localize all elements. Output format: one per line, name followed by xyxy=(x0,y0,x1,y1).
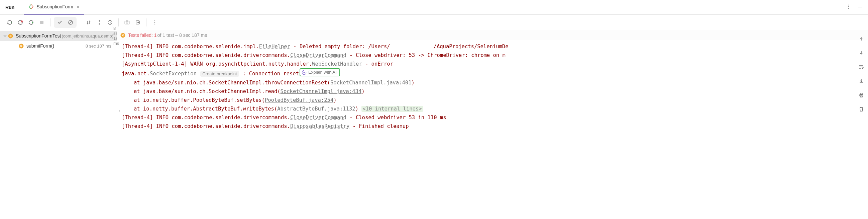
svg-point-2 xyxy=(848,8,849,9)
svg-rect-21 xyxy=(860,93,862,94)
folded-lines-marker[interactable]: <10 internal lines> xyxy=(362,106,423,112)
svg-point-14 xyxy=(154,22,155,22)
test-node-label: SubscriptionFormTest xyxy=(16,33,61,38)
test-node-root[interactable]: SubscriptionFormTest (com.jetbrains.aqua… xyxy=(0,31,117,41)
failed-icon xyxy=(19,44,24,49)
test-node-time: 8 sec 187 ms xyxy=(86,44,113,49)
test-config-icon xyxy=(28,4,34,9)
svg-point-15 xyxy=(154,23,155,24)
tab-subscriptionform[interactable]: SubscriptionForm × xyxy=(24,0,84,15)
source-link[interactable]: PooledByteBuf.java:254 xyxy=(265,97,333,103)
more-icon[interactable] xyxy=(150,18,160,27)
failed-icon xyxy=(120,33,125,38)
create-breakpoint-hint[interactable]: Create breakpoint xyxy=(200,71,239,77)
svg-point-4 xyxy=(21,21,23,22)
stop-button[interactable] xyxy=(37,18,47,27)
screenshot-button[interactable] xyxy=(122,18,132,27)
explain-with-ai-button[interactable]: Explain with AI xyxy=(300,68,340,76)
svg-rect-3 xyxy=(858,7,862,7)
svg-point-10 xyxy=(126,22,128,23)
show-passed-button[interactable] xyxy=(55,18,65,27)
source-link[interactable]: AbstractByteBuf.java:1132 xyxy=(277,106,355,112)
fold-chevron-icon[interactable]: › xyxy=(118,107,121,115)
source-link[interactable]: SocketChannelImpl.java:434 xyxy=(281,88,362,94)
right-tool-rail xyxy=(855,30,868,114)
run-toolbar xyxy=(0,15,868,30)
test-tree: SubscriptionFormTest (com.jetbrains.aqua… xyxy=(0,30,117,219)
sort-button[interactable] xyxy=(84,18,94,27)
test-status-bar: Tests failed: 1 of 1 test – 8 sec 187 ms xyxy=(117,30,868,40)
svg-point-13 xyxy=(154,20,155,21)
export-button[interactable] xyxy=(133,18,143,27)
class-link[interactable]: WebSocketHandler xyxy=(312,61,362,67)
rerun-button[interactable] xyxy=(5,18,15,27)
close-icon[interactable]: × xyxy=(76,4,80,10)
soft-wrap-icon[interactable] xyxy=(857,62,866,72)
failed-icon xyxy=(8,33,13,38)
class-link[interactable]: FileHelper xyxy=(259,44,290,50)
test-node-child[interactable]: submitForm() 8 sec 187 ms xyxy=(0,41,117,51)
scroll-up-icon[interactable] xyxy=(857,34,866,44)
run-label: Run xyxy=(5,5,14,10)
class-link[interactable]: CloseDriverCommand xyxy=(290,114,346,120)
class-link[interactable]: CloseDriverCommand xyxy=(290,52,346,58)
status-failed-text: Tests failed: 1 xyxy=(128,31,157,39)
svg-point-0 xyxy=(848,5,849,5)
print-icon[interactable] xyxy=(857,90,866,100)
svg-line-7 xyxy=(69,21,72,24)
filter-group xyxy=(54,17,76,28)
exception-link[interactable]: SocketException xyxy=(150,71,196,77)
tab-label: SubscriptionForm xyxy=(36,4,73,9)
scroll-down-icon[interactable] xyxy=(857,48,866,58)
svg-rect-22 xyxy=(860,96,862,97)
status-rest-text: of 1 test – 8 sec 187 ms xyxy=(157,31,207,39)
tabs-bar: Run SubscriptionForm × xyxy=(0,0,868,15)
svg-point-19 xyxy=(304,72,305,73)
rerun-failed-button[interactable] xyxy=(16,18,25,27)
scroll-to-end-icon[interactable] xyxy=(857,76,866,86)
svg-rect-5 xyxy=(40,21,43,24)
minimize-icon[interactable] xyxy=(857,4,863,10)
source-link[interactable]: SocketChannelImpl.java:401 xyxy=(330,80,412,86)
svg-point-1 xyxy=(848,6,849,7)
expand-all-button[interactable] xyxy=(94,18,104,27)
show-ignored-button[interactable] xyxy=(65,18,76,27)
test-node-package: (com.jetbrains.aqua.demo) xyxy=(62,33,113,38)
console-output: Tests failed: 1 of 1 test – 8 sec 187 ms… xyxy=(117,30,868,219)
class-link[interactable]: DisposablesRegistry xyxy=(290,123,349,129)
more-vertical-icon[interactable] xyxy=(846,4,851,10)
trash-icon[interactable] xyxy=(857,105,866,114)
chevron-down-icon[interactable] xyxy=(3,34,7,37)
test-node-label: submitForm() xyxy=(26,43,54,49)
toggle-auto-test-button[interactable] xyxy=(26,18,36,27)
